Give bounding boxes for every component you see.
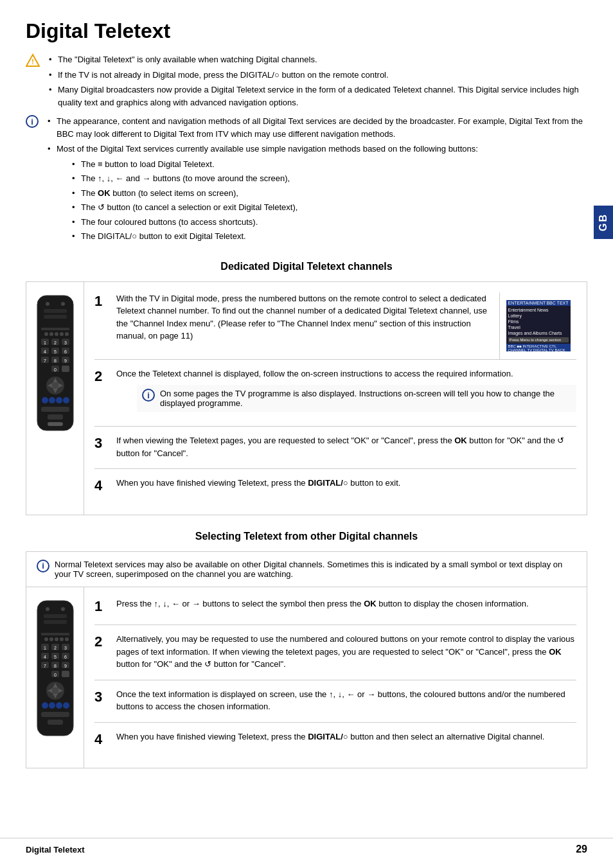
gb-tab: GB (594, 206, 613, 239)
svg-rect-90 (48, 720, 63, 725)
section2-title: Selecting Teletext from other Digital ch… (26, 531, 587, 542)
svg-rect-5 (44, 309, 67, 313)
step2-note-text: On some pages the TV programme is also d… (160, 389, 571, 408)
svg-rect-33 (62, 366, 69, 372)
section2: Selecting Teletext from other Digital ch… (26, 531, 587, 769)
step4-text: When you have finished viewing Teletext,… (116, 477, 576, 490)
svg-point-84 (52, 687, 58, 694)
warning-bullet-3: Many Digital broadcasters now provide a … (45, 84, 587, 109)
svg-text:3: 3 (64, 341, 67, 345)
section2-inner: 1 2 3 4 5 6 7 8 9 (26, 587, 587, 768)
svg-text:8: 8 (54, 359, 57, 363)
svg-text:!: ! (31, 58, 34, 66)
divider3 (94, 468, 576, 469)
screen-prompt: Press Menu to change section (508, 337, 569, 342)
svg-rect-52 (41, 633, 69, 635)
s2-step3-num: 3 (94, 688, 110, 707)
warning-bullet-1: The "Digital Teletext" is only available… (45, 53, 587, 66)
s2-step1: 1 Press the ↑, ↓, ← or → buttons to sele… (94, 598, 576, 616)
info-block: i The appearance, content and navigation… (26, 115, 587, 245)
remote-image-2: 1 2 3 4 5 6 7 8 9 (32, 598, 78, 739)
svg-point-4 (61, 302, 65, 306)
svg-rect-78 (62, 671, 69, 677)
step2: 2 Once the Teletext channel is displayed… (94, 368, 576, 418)
s2-divider2 (94, 680, 576, 680)
page-title: Digital Teletext (26, 19, 587, 43)
screen-content: Entertainment News Lottery Films Travel … (506, 306, 571, 344)
screen-top-bar: ENTERTAINMENT BBC TEXT (506, 300, 571, 306)
svg-point-43 (63, 397, 69, 403)
footer: Digital Teletext 29 (0, 838, 613, 855)
svg-text:4: 4 (44, 655, 46, 659)
svg-text:1: 1 (44, 341, 46, 345)
s2-divider3 (94, 722, 576, 723)
step4-num: 4 (94, 477, 110, 495)
info-icon: i (26, 115, 39, 128)
s2-step4: 4 When you have finished viewing Teletex… (94, 731, 576, 749)
sub-bullet-1: The ≡ button to load Digital Teletext. (69, 158, 587, 171)
step1-row: 1 With the TV in Digital mode, press the… (94, 292, 576, 359)
s2-divider1 (94, 624, 576, 625)
remote-image-1: 1 2 3 4 5 6 7 8 (32, 292, 78, 434)
remote-column-2: 1 2 3 4 5 6 7 8 9 (26, 587, 84, 768)
intro-section: ! The "Digital Teletext" is only availab… (26, 53, 587, 245)
svg-point-42 (56, 397, 62, 403)
svg-text:2: 2 (54, 341, 57, 345)
sub-bullet-5: The four coloured buttons (to access sho… (69, 216, 587, 229)
warning-bullet-2: If the TV is not already in Digital mode… (45, 69, 587, 82)
s2-step4-num: 4 (94, 731, 110, 749)
s2-step1-num: 1 (94, 598, 110, 616)
warning-icon: ! (26, 53, 40, 67)
svg-rect-7 (41, 328, 69, 330)
warning-block: ! The "Digital Teletext" is only availab… (26, 53, 587, 111)
sub-bullet-4: The ↺ button (to cancel a selection or e… (69, 201, 587, 214)
sub-bullet-2: The ↑, ↓, ← and → buttons (to move aroun… (69, 172, 587, 185)
warning-bullets: The "Digital Teletext" is only available… (45, 53, 587, 111)
screen-item-5: Images and Albums Charts (508, 330, 569, 336)
svg-point-88 (63, 702, 69, 709)
step2-num: 2 (94, 368, 110, 386)
info-bullet-2: Most of the Digital Text services curren… (44, 143, 587, 243)
s2-step4-text: When you have finished viewing Teletext,… (116, 731, 576, 743)
svg-point-85 (42, 702, 48, 709)
s2-step2-num: 2 (94, 633, 110, 651)
svg-text:6: 6 (64, 655, 67, 659)
step4: 4 When you have finished viewing Teletex… (94, 477, 576, 495)
section1-container: 1 2 3 4 5 6 7 8 (26, 281, 587, 515)
svg-rect-46 (48, 422, 63, 426)
svg-point-55 (55, 637, 58, 641)
svg-point-53 (44, 637, 48, 641)
svg-rect-6 (44, 315, 67, 319)
svg-point-56 (60, 637, 64, 641)
svg-text:2: 2 (54, 646, 57, 650)
screen-bottom-bar: BBC ■■ INTERACTIVE CTL CHANNEL TV DIGITA… (506, 344, 571, 351)
s2-step2-text: Alternatively, you may be requested to u… (116, 633, 576, 671)
teletext-screen: ENTERTAINMENT BBC TEXT Entertainment New… (506, 300, 571, 351)
svg-rect-51 (44, 620, 67, 624)
sub-bullet-3: The OK button (to select items on screen… (69, 187, 587, 200)
svg-point-11 (60, 332, 64, 336)
section2-steps: 1 Press the ↑, ↓, ← or → buttons to sele… (84, 587, 587, 768)
screen-item-2: Lottery (508, 313, 569, 319)
svg-point-41 (49, 397, 55, 403)
section1-title: Dedicated Digital Teletext channels (26, 261, 587, 272)
svg-point-57 (65, 637, 69, 641)
section2-container: i Normal Teletext services may also be a… (26, 551, 587, 769)
svg-text:9: 9 (64, 664, 67, 668)
divider2 (94, 426, 576, 427)
info-icon-3: i (37, 560, 49, 572)
svg-point-12 (65, 332, 69, 336)
footer-page-number: 29 (576, 844, 587, 855)
s2-step2: 2 Alternatively, you may be requested to… (94, 633, 576, 671)
step2-text: Once the Teletext channel is displayed, … (116, 369, 513, 378)
svg-text:4: 4 (44, 350, 46, 354)
info-bullets: The appearance, content and navigation m… (44, 115, 587, 245)
step1: 1 With the TV in Digital mode, press the… (94, 292, 493, 342)
svg-text:6: 6 (64, 350, 67, 354)
sub-bullet-6: The DIGITAL/○ button to exit Digital Tel… (69, 230, 587, 243)
svg-point-87 (56, 702, 62, 709)
screen-image: ENTERTAINMENT BBC TEXT Entertainment New… (499, 292, 576, 359)
step2-content: Once the Teletext channel is displayed, … (116, 368, 576, 418)
svg-point-40 (42, 397, 48, 403)
svg-text:3: 3 (64, 646, 67, 650)
